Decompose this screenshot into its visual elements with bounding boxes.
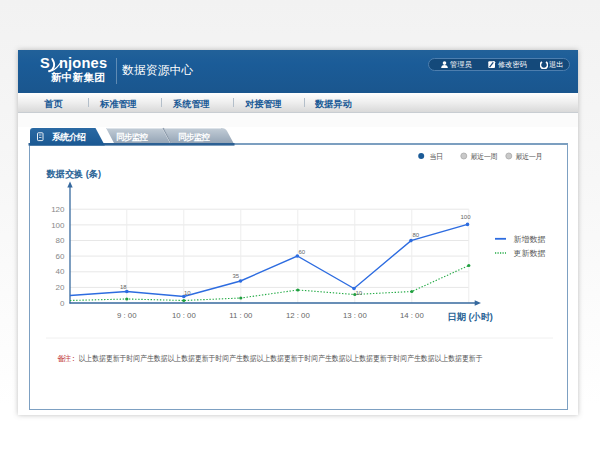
svg-text:日期 (小时): 日期 (小时) (447, 312, 492, 322)
svg-text:9 : 00: 9 : 00 (117, 311, 137, 320)
svg-text:60: 60 (55, 252, 64, 261)
svg-text:100: 100 (51, 221, 65, 230)
svg-text:10: 10 (355, 290, 362, 296)
svg-text:0: 0 (60, 299, 65, 308)
svg-text:10 : 00: 10 : 00 (171, 311, 196, 320)
svg-text:系统介绍: 系统介绍 (51, 132, 86, 142)
svg-text:10: 10 (184, 290, 191, 296)
svg-text:同步监控: 同步监控 (116, 132, 149, 142)
svg-text:100: 100 (460, 214, 471, 220)
svg-text:60: 60 (298, 249, 305, 255)
svg-text:新增数据: 新增数据 (513, 235, 545, 244)
svg-text:备注：: 备注： (56, 354, 77, 363)
svg-text:20: 20 (55, 283, 64, 292)
svg-text:最近一月: 最近一月 (515, 152, 542, 161)
svg-text:12 : 00: 12 : 00 (285, 311, 310, 320)
svg-text:数据交换 (条): 数据交换 (条) (45, 168, 101, 179)
svg-text:14 : 00: 14 : 00 (399, 311, 424, 320)
svg-text:35: 35 (232, 273, 239, 279)
svg-text:80: 80 (412, 232, 419, 238)
svg-text:同步监控: 同步监控 (178, 132, 211, 142)
svg-text:120: 120 (51, 205, 65, 214)
svg-text:当日: 当日 (429, 152, 443, 161)
svg-text:80: 80 (55, 236, 64, 245)
svg-text:最近一周: 最近一周 (470, 152, 497, 161)
svg-text:13 : 00: 13 : 00 (342, 311, 367, 320)
svg-text:以上数据更新于时间产生数据以上数据更新于时间产生数据以上数据: 以上数据更新于时间产生数据以上数据更新于时间产生数据以上数据更新于时间产生数据以… (78, 354, 482, 363)
svg-text:40: 40 (55, 267, 64, 276)
svg-text:18: 18 (120, 284, 127, 290)
svg-text:更新数据: 更新数据 (513, 249, 545, 258)
svg-text:11 : 00: 11 : 00 (229, 311, 253, 320)
